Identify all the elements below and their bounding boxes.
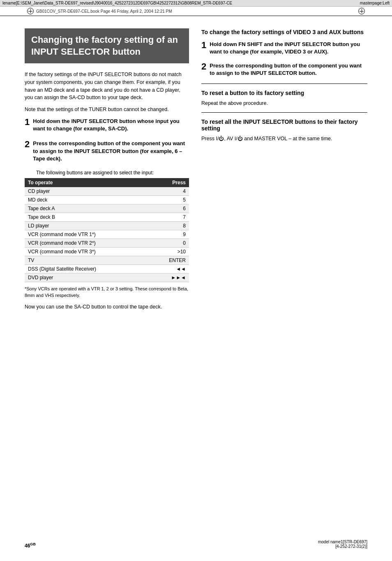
table-cell-operate: Tape deck B	[25, 213, 150, 221]
step-1-number: 1	[25, 118, 30, 127]
right-step-2: 2 Press the corresponding button of the …	[201, 62, 367, 79]
sub-header: GB01COV_STR-DE697-CEL.book Page 46 Frida…	[0, 7, 392, 16]
table-cell-press: 4	[150, 187, 189, 196]
crosshair-icon	[27, 8, 34, 14]
step-2-number: 2	[25, 140, 30, 149]
table-row: VCR (command mode VTR 3*)>10	[25, 247, 189, 256]
table-header-row: To operate Press	[25, 178, 189, 187]
table-cell-operate: Tape deck A	[25, 204, 150, 213]
table-cell-operate: CD player	[25, 187, 150, 196]
right-heading-1: To change the factory settings of VIDEO …	[201, 28, 367, 37]
table-cell-press: 8	[150, 221, 189, 230]
reset-text: Repeat the above procedure.	[201, 100, 367, 107]
step-1-text: Hold down the INPUT SELECTOR button whos…	[33, 118, 189, 132]
section-title: Changing the factory setting of an INPUT…	[31, 35, 178, 57]
table-cell-operate: VCR (command mode VTR 3*)	[25, 247, 150, 256]
page-suffix: GB	[30, 542, 36, 546]
intro-paragraph-1: If the factory settings of the INPUT SEL…	[25, 71, 189, 102]
table-row: Tape deck A6	[25, 204, 189, 213]
table-row: DVD player►►◄	[25, 273, 189, 282]
right-step-2-text: Press the corresponding button of the co…	[210, 62, 367, 77]
left-step-2: 2 Press the corresponding button of the …	[25, 140, 189, 164]
page-num-value: 46	[25, 543, 30, 549]
right-step-1: 1 Hold down FN SHIFT and the INPUT SELEC…	[201, 41, 367, 57]
input-table: To operate Press CD player4MD deck5Tape …	[25, 178, 189, 282]
col-header-operate: To operate	[25, 178, 150, 187]
footer-model: model name1[STR-DE697] [4-252-272-31(2)]	[318, 540, 367, 549]
table-row: VCR (command mode VTR 2*)0	[25, 239, 189, 247]
table-row: Tape deck B7	[25, 213, 189, 221]
table-row: CD player4	[25, 187, 189, 196]
table-intro: The following buttons are assigned to se…	[36, 170, 189, 176]
table-row: MD deck5	[25, 195, 189, 204]
left-step-1: 1 Hold down the INPUT SELECTOR button wh…	[25, 118, 189, 134]
masterpage: masterpage:Left	[360, 1, 390, 5]
table-cell-operate: LD player	[25, 221, 150, 230]
table-cell-press: 9	[150, 230, 189, 239]
outro-text: Now you can use the SA-CD button to cont…	[25, 303, 189, 311]
table-row: TVENTER	[25, 256, 189, 264]
divider-1	[201, 83, 367, 84]
table-body: CD player4MD deck5Tape deck A6Tape deck …	[25, 187, 189, 282]
table-cell-operate: VCR (command mode VTR 1*)	[25, 230, 150, 239]
product-code: [4-252-272-31(2)]	[318, 544, 367, 549]
right-step-2-number: 2	[201, 62, 206, 71]
table-cell-press: 5	[150, 195, 189, 204]
section-title-box: Changing the factory setting of an INPUT…	[25, 28, 189, 63]
subheader-text: GB01COV_STR-DE697-CEL.book Page 46 Frida…	[36, 9, 172, 14]
page-number: 46GB	[25, 542, 36, 549]
table-cell-press: ENTER	[150, 256, 189, 264]
right-step-1-text: Hold down FN SHIFT and the INPUT SELECTO…	[210, 41, 367, 56]
crosshair-icon-2	[358, 8, 365, 14]
page-content: Changing the factory setting of an INPUT…	[0, 16, 392, 340]
table-cell-operate: DSS (Digital Satellite Receiver)	[25, 264, 150, 273]
right-heading-2: To reset a button to its factory setting	[201, 90, 367, 96]
table-cell-press: ►►◄	[150, 273, 189, 282]
table-cell-press: >10	[150, 247, 189, 256]
col-header-press: Press	[150, 178, 189, 187]
left-column: Changing the factory setting of an INPUT…	[25, 28, 189, 315]
table-cell-press: 0	[150, 239, 189, 247]
right-column: To change the factory settings of VIDEO …	[201, 28, 367, 315]
reset-all-text: Press I/⏻, AV I/⏻ and MASTER VOL – at th…	[201, 135, 367, 143]
table-cell-press: ◄◄	[150, 264, 189, 273]
table-row: LD player8	[25, 221, 189, 230]
table-cell-operate: VCR (command mode VTR 2*)	[25, 239, 150, 247]
table-cell-operate: DVD player	[25, 273, 150, 282]
table-row: DSS (Digital Satellite Receiver)◄◄	[25, 264, 189, 273]
intro-paragraph-2: Note that the settings of the TUNER butt…	[25, 106, 189, 114]
table-cell-press: 7	[150, 213, 189, 221]
table-cell-operate: TV	[25, 256, 150, 264]
footnote: *Sony VCRs are operated with a VTR 1, 2 …	[25, 285, 189, 299]
model-name: model name1[STR-DE697]	[318, 540, 367, 544]
right-heading-3: To reset all the INPUT SELECTOR buttons …	[201, 118, 367, 132]
table-row: VCR (command mode VTR 1*)9	[25, 230, 189, 239]
step-2-text: Press the corresponding button of the co…	[33, 140, 189, 162]
right-step-1-number: 1	[201, 41, 206, 50]
header-bar: lename[E:\SEM_Janet\Data_STR-DE697_revis…	[0, 0, 392, 7]
table-cell-operate: MD deck	[25, 195, 150, 204]
table-cell-press: 6	[150, 204, 189, 213]
divider-2	[201, 112, 367, 113]
filepath: lename[E:\SEM_Janet\Data_STR-DE697_revis…	[2, 1, 232, 5]
